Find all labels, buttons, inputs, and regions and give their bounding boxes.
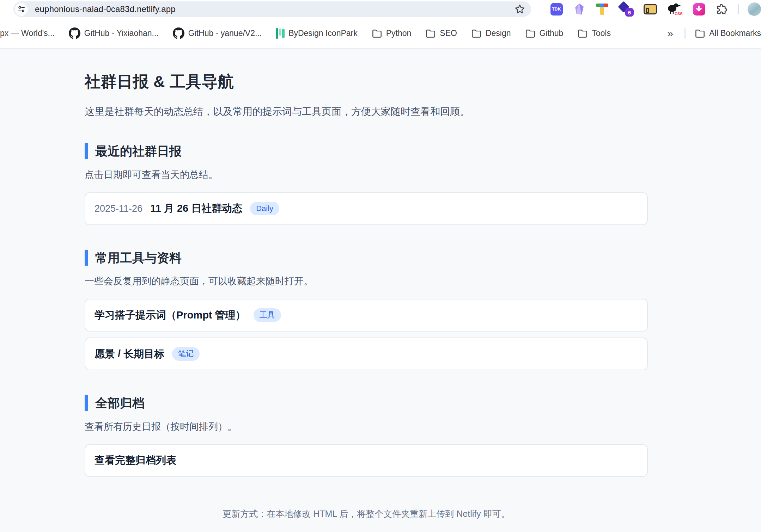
extensions-row: TDK 6 [549,2,761,16]
github-icon [69,27,80,39]
section-heading-recent-daily: 最近的社群日报 [85,143,648,159]
prompt-manager-title: 学习搭子提示词（Prompt 管理） [95,308,246,322]
daily-report-title: 11 月 26 日社群动态 [150,202,242,216]
kiwi-css-extension-icon[interactable]: CSS [666,2,683,16]
url-text[interactable]: euphonious-naiad-0ca83d.netlify.app [35,4,176,14]
video-download-extension-icon[interactable] [692,2,706,16]
bookmarks-right-group: » All Bookmarks [665,27,761,39]
t-manager-extension-icon[interactable] [595,2,609,16]
footer-note: 更新方式：在本地修改 HTML 后，将整个文件夹重新上传到 Netlify 即可… [85,508,648,520]
bookmark-item-iconpark[interactable]: ByDesign IconPark [276,28,358,39]
svg-text:CSS: CSS [675,12,683,16]
bookmarks-bar: px — World's... GitHub - Yixiaohan... Gi… [0,18,761,49]
section-desc-tools: 一些会反复用到的静态页面，可以收藏起来随时打开。 [85,275,648,287]
bookmark-item-github-yanue[interactable]: GitHub - yanue/V2... [173,27,262,39]
site-settings-chip[interactable] [15,3,28,16]
vision-goals-title: 愿景 / 长期目标 [95,347,164,361]
bookmark-folder-tools[interactable]: Tools [577,29,611,38]
star-icon [514,4,525,15]
bookmark-folder-github[interactable]: Github [525,29,564,38]
vision-goals-card[interactable]: 愿景 / 长期目标 笔记 [85,338,648,370]
note-badge: 笔记 [172,347,200,360]
full-archive-card[interactable]: 查看完整归档列表 [85,444,648,477]
bookmarks-overflow-chevron[interactable]: » [665,27,675,39]
bookmark-folder-design[interactable]: Design [471,29,511,38]
daily-badge: Daily [250,202,279,215]
bookmark-item-px-worlds[interactable]: px — World's... [0,29,55,38]
obsidian-extension-icon[interactable] [572,2,586,16]
omnibox-row: euphonious-naiad-0ca83d.netlify.app TDK [0,0,761,18]
folder-icon [471,29,482,38]
daily-report-card[interactable]: 2025-11-26 11 月 26 日社群动态 Daily [85,192,648,225]
page-intro: 这里是社群每天的动态总结，以及常用的提示词与工具页面，方便大家随时查看和回顾。 [85,105,648,118]
section-heading-tools: 常用工具与资料 [85,250,648,266]
bookmarks-divider [684,28,686,39]
all-bookmarks-button[interactable]: All Bookmarks [695,29,761,38]
section-heading-archive: 全部归档 [85,395,648,411]
github-icon [173,27,184,39]
folder-icon [372,29,382,38]
iconpark-icon [276,28,285,39]
folder-icon [425,29,436,38]
toolbar-divider [738,4,739,14]
page-content: 社群日报 & 工具导航 这里是社群每天的动态总结，以及常用的提示词与工具页面，方… [0,49,648,520]
folder-icon [577,29,588,38]
tdk-extension-icon[interactable]: TDK [549,2,564,16]
full-archive-title: 查看完整归档列表 [95,453,176,468]
bookmark-folder-python[interactable]: Python [372,29,412,38]
stack-6-extension-icon[interactable]: 6 [618,2,634,16]
prompt-manager-card[interactable]: 学习搭子提示词（Prompt 管理） 工具 [85,299,648,332]
tune-icon [17,5,26,13]
profile-avatar[interactable] [748,2,761,16]
tool-badge: 工具 [254,308,281,322]
daily-report-date: 2025-11-26 [95,203,142,214]
page-title: 社群日报 & 工具导航 [85,71,648,92]
folder-icon [695,29,705,38]
bookmark-item-github-yixiaohan[interactable]: GitHub - Yixiaohan... [69,27,159,39]
browser-chrome: euphonious-naiad-0ca83d.netlify.app TDK [0,0,761,49]
extensions-puzzle-icon[interactable] [715,2,729,16]
bookmark-folder-seo[interactable]: SEO [425,29,457,38]
section-desc-recent-daily: 点击日期即可查看当天的总结。 [85,168,648,181]
address-bar[interactable]: euphonious-naiad-0ca83d.netlify.app [13,1,531,17]
folder-icon [525,29,536,38]
window-card-extension-icon[interactable] [643,2,657,16]
section-desc-archive: 查看所有历史日报（按时间排列）。 [85,420,648,433]
bookmark-star-button[interactable] [514,4,525,15]
